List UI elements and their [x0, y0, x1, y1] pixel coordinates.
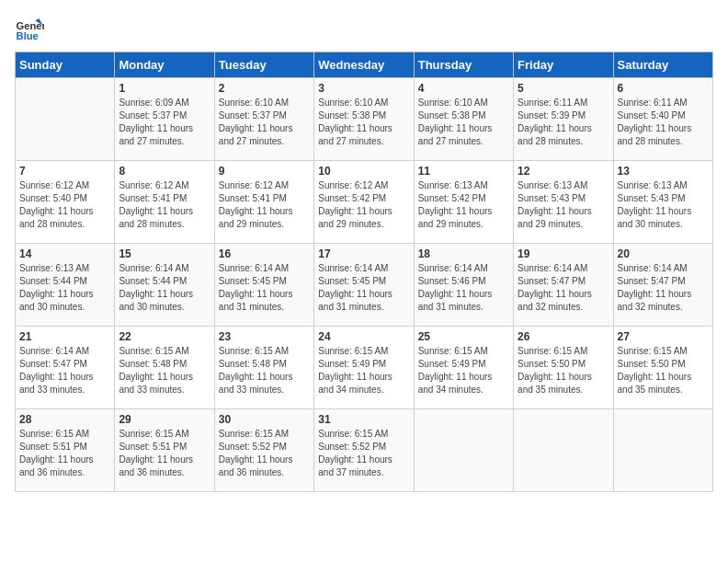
cell-info: Sunrise: 6:15 AMSunset: 5:50 PMDaylight:… — [518, 345, 609, 396]
calendar-cell: 22Sunrise: 6:15 AMSunset: 5:48 PMDayligh… — [115, 327, 214, 409]
day-number: 15 — [119, 247, 210, 260]
cell-info: Sunrise: 6:14 AMSunset: 5:47 PMDaylight:… — [618, 262, 709, 314]
calendar-cell: 15Sunrise: 6:14 AMSunset: 5:44 PMDayligh… — [115, 244, 214, 327]
cell-info: Sunrise: 6:12 AMSunset: 5:42 PMDaylight:… — [318, 179, 409, 231]
calendar-cell: 9Sunrise: 6:12 AMSunset: 5:41 PMDaylight… — [214, 161, 313, 244]
col-header-wednesday: Wednesday — [314, 52, 414, 78]
cell-info: Sunrise: 6:15 AMSunset: 5:49 PMDaylight:… — [318, 345, 409, 396]
calendar-cell: 17Sunrise: 6:14 AMSunset: 5:45 PMDayligh… — [314, 244, 414, 327]
col-header-saturday: Saturday — [613, 52, 712, 78]
calendar-cell: 1Sunrise: 6:09 AMSunset: 5:37 PMDaylight… — [115, 78, 214, 161]
calendar-cell: 29Sunrise: 6:15 AMSunset: 5:51 PMDayligh… — [115, 409, 214, 492]
day-number: 9 — [219, 165, 310, 178]
calendar-cell: 10Sunrise: 6:12 AMSunset: 5:42 PMDayligh… — [314, 161, 414, 244]
cell-info: Sunrise: 6:15 AMSunset: 5:51 PMDaylight:… — [119, 428, 210, 479]
cell-info: Sunrise: 6:15 AMSunset: 5:51 PMDaylight:… — [19, 428, 110, 479]
cell-info: Sunrise: 6:09 AMSunset: 5:37 PMDaylight:… — [119, 97, 210, 148]
svg-text:Blue: Blue — [17, 30, 39, 41]
day-number: 26 — [518, 330, 609, 343]
day-number: 18 — [418, 247, 509, 260]
col-header-sunday: Sunday — [16, 52, 115, 78]
cell-info: Sunrise: 6:15 AMSunset: 5:52 PMDaylight:… — [219, 428, 310, 479]
cell-info: Sunrise: 6:14 AMSunset: 5:46 PMDaylight:… — [418, 262, 509, 314]
cell-info: Sunrise: 6:13 AMSunset: 5:43 PMDaylight:… — [518, 179, 609, 231]
calendar-cell: 19Sunrise: 6:14 AMSunset: 5:47 PMDayligh… — [514, 244, 613, 327]
cell-info: Sunrise: 6:15 AMSunset: 5:49 PMDaylight:… — [418, 345, 509, 396]
calendar-table: SundayMondayTuesdayWednesdayThursdayFrid… — [15, 52, 713, 492]
calendar-cell — [613, 409, 712, 492]
calendar-cell: 6Sunrise: 6:11 AMSunset: 5:40 PMDaylight… — [613, 78, 712, 161]
day-number: 25 — [418, 330, 509, 343]
cell-info: Sunrise: 6:14 AMSunset: 5:45 PMDaylight:… — [318, 262, 409, 314]
calendar-cell: 13Sunrise: 6:13 AMSunset: 5:43 PMDayligh… — [613, 161, 712, 244]
cell-info: Sunrise: 6:14 AMSunset: 5:47 PMDaylight:… — [19, 345, 110, 396]
cell-info: Sunrise: 6:12 AMSunset: 5:41 PMDaylight:… — [119, 179, 210, 231]
day-number: 5 — [518, 82, 609, 95]
cell-info: Sunrise: 6:11 AMSunset: 5:40 PMDaylight:… — [618, 97, 709, 148]
cell-info: Sunrise: 6:14 AMSunset: 5:45 PMDaylight:… — [219, 262, 310, 314]
cell-info: Sunrise: 6:13 AMSunset: 5:44 PMDaylight:… — [19, 262, 110, 314]
cell-info: Sunrise: 6:15 AMSunset: 5:48 PMDaylight:… — [219, 345, 310, 396]
day-number: 31 — [318, 413, 409, 426]
cell-info: Sunrise: 6:12 AMSunset: 5:40 PMDaylight:… — [19, 179, 110, 231]
day-number: 20 — [618, 247, 709, 260]
cell-info: Sunrise: 6:15 AMSunset: 5:50 PMDaylight:… — [618, 345, 709, 396]
day-number: 14 — [19, 247, 110, 260]
calendar-cell: 30Sunrise: 6:15 AMSunset: 5:52 PMDayligh… — [214, 409, 313, 492]
calendar-cell: 3Sunrise: 6:10 AMSunset: 5:38 PMDaylight… — [314, 78, 414, 161]
calendar-cell: 31Sunrise: 6:15 AMSunset: 5:52 PMDayligh… — [314, 409, 414, 492]
day-number: 6 — [618, 82, 709, 95]
day-number: 1 — [119, 82, 210, 95]
calendar-cell — [414, 409, 513, 492]
day-number: 4 — [418, 82, 509, 95]
calendar-cell: 5Sunrise: 6:11 AMSunset: 5:39 PMDaylight… — [514, 78, 613, 161]
logo: General Blue — [15, 15, 51, 44]
day-number: 21 — [19, 330, 110, 343]
cell-info: Sunrise: 6:13 AMSunset: 5:42 PMDaylight:… — [418, 179, 509, 231]
calendar-cell: 14Sunrise: 6:13 AMSunset: 5:44 PMDayligh… — [16, 244, 115, 327]
calendar-cell: 16Sunrise: 6:14 AMSunset: 5:45 PMDayligh… — [214, 244, 313, 327]
cell-info: Sunrise: 6:10 AMSunset: 5:38 PMDaylight:… — [318, 97, 409, 148]
calendar-cell: 4Sunrise: 6:10 AMSunset: 5:38 PMDaylight… — [414, 78, 513, 161]
day-number: 23 — [219, 330, 310, 343]
cell-info: Sunrise: 6:14 AMSunset: 5:44 PMDaylight:… — [119, 262, 210, 314]
day-number: 2 — [219, 82, 310, 95]
calendar-cell: 27Sunrise: 6:15 AMSunset: 5:50 PMDayligh… — [613, 327, 712, 409]
cell-info: Sunrise: 6:11 AMSunset: 5:39 PMDaylight:… — [518, 97, 609, 148]
col-header-thursday: Thursday — [414, 52, 513, 78]
day-number: 19 — [518, 247, 609, 260]
calendar-cell: 11Sunrise: 6:13 AMSunset: 5:42 PMDayligh… — [414, 161, 513, 244]
cell-info: Sunrise: 6:15 AMSunset: 5:52 PMDaylight:… — [318, 428, 409, 479]
cell-info: Sunrise: 6:14 AMSunset: 5:47 PMDaylight:… — [518, 262, 609, 314]
day-number: 22 — [119, 330, 210, 343]
calendar-cell: 8Sunrise: 6:12 AMSunset: 5:41 PMDaylight… — [115, 161, 214, 244]
day-number: 16 — [219, 247, 310, 260]
calendar-cell: 12Sunrise: 6:13 AMSunset: 5:43 PMDayligh… — [514, 161, 613, 244]
cell-info: Sunrise: 6:15 AMSunset: 5:48 PMDaylight:… — [119, 345, 210, 396]
calendar-cell — [16, 78, 115, 161]
day-number: 3 — [318, 82, 409, 95]
logo-icon: General Blue — [15, 15, 44, 44]
day-number: 27 — [618, 330, 709, 343]
day-number: 24 — [318, 330, 409, 343]
col-header-friday: Friday — [514, 52, 613, 78]
day-number: 11 — [418, 165, 509, 178]
day-number: 28 — [19, 413, 110, 426]
calendar-cell: 25Sunrise: 6:15 AMSunset: 5:49 PMDayligh… — [414, 327, 513, 409]
day-number: 8 — [119, 165, 210, 178]
day-number: 10 — [318, 165, 409, 178]
day-number: 17 — [318, 247, 409, 260]
calendar-cell: 23Sunrise: 6:15 AMSunset: 5:48 PMDayligh… — [214, 327, 313, 409]
col-header-tuesday: Tuesday — [214, 52, 313, 78]
calendar-cell: 24Sunrise: 6:15 AMSunset: 5:49 PMDayligh… — [314, 327, 414, 409]
cell-info: Sunrise: 6:10 AMSunset: 5:37 PMDaylight:… — [219, 97, 310, 148]
cell-info: Sunrise: 6:13 AMSunset: 5:43 PMDaylight:… — [618, 179, 709, 231]
calendar-cell: 26Sunrise: 6:15 AMSunset: 5:50 PMDayligh… — [514, 327, 613, 409]
cell-info: Sunrise: 6:12 AMSunset: 5:41 PMDaylight:… — [219, 179, 310, 231]
calendar-cell: 2Sunrise: 6:10 AMSunset: 5:37 PMDaylight… — [214, 78, 313, 161]
calendar-cell: 21Sunrise: 6:14 AMSunset: 5:47 PMDayligh… — [16, 327, 115, 409]
day-number: 12 — [518, 165, 609, 178]
page-header: General Blue — [15, 15, 713, 44]
day-number: 30 — [219, 413, 310, 426]
calendar-cell — [514, 409, 613, 492]
